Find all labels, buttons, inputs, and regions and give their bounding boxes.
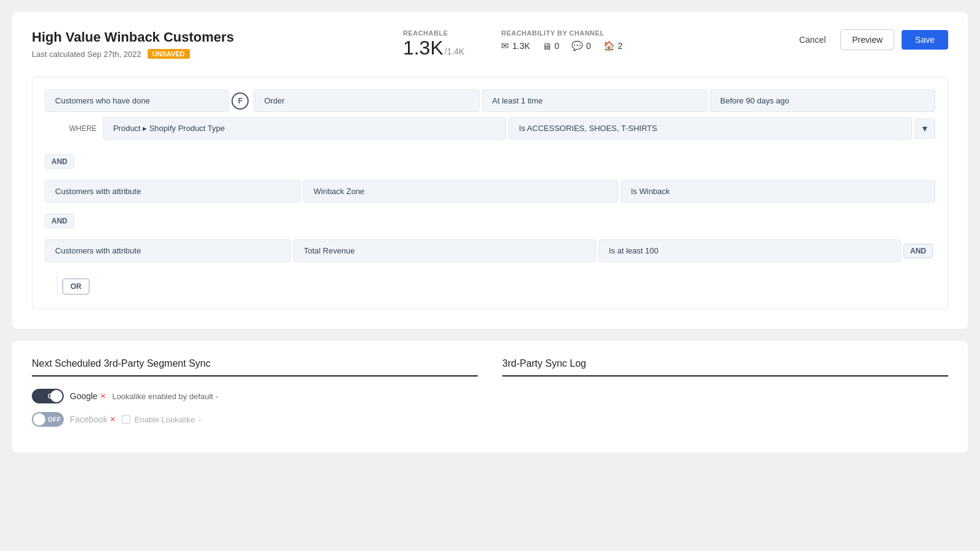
preview-button[interactable]: Preview xyxy=(840,29,894,50)
actions-section: Cancel Preview Save xyxy=(792,29,948,50)
where-col2[interactable]: Is ACCESSORIES, SHOES, T-SHIRTS xyxy=(508,117,912,140)
channel-desktop: 🖥 0 xyxy=(542,41,559,51)
channel-sms: 💬 0 xyxy=(571,40,591,51)
filter-icon[interactable]: ▼ xyxy=(914,118,935,139)
row2-col1[interactable]: Customers with attribute xyxy=(45,180,301,203)
and1-label[interactable]: AND xyxy=(45,154,74,169)
and2-container: AND xyxy=(45,209,935,233)
google-name: Google ✕ xyxy=(70,391,106,401)
home-count: 2 xyxy=(618,41,623,51)
title-section: High Value Winback Customers Last calcul… xyxy=(32,29,234,59)
reachable-total: /1.4K xyxy=(445,47,465,56)
sync-item-google: OFF Google ✕ Lookalike enabled by defaul… xyxy=(32,389,478,403)
row2-col2[interactable]: Winback Zone xyxy=(303,180,618,203)
and-connector[interactable]: AND xyxy=(903,244,933,258)
f-badge: F xyxy=(232,92,249,110)
email-icon: ✉ xyxy=(501,40,509,51)
facebook-x-icon[interactable]: ✕ xyxy=(110,415,116,424)
row3-col2[interactable]: Total Revenue xyxy=(293,239,596,262)
facebook-toggle[interactable]: OFF xyxy=(32,412,64,427)
bottom-section: Next Scheduled 3rd-Party Segment Sync OF… xyxy=(12,341,968,452)
lookalike-checkbox[interactable] xyxy=(122,415,130,424)
header-row: High Value Winback Customers Last calcul… xyxy=(32,29,948,59)
metrics-section: REACHABLE 1.3K /1.4K REACHABILITY BY CHA… xyxy=(403,29,623,59)
scheduled-sync-title: Next Scheduled 3rd-Party Segment Sync xyxy=(32,358,478,377)
cancel-button[interactable]: Cancel xyxy=(792,30,834,50)
home-icon: 🏠 xyxy=(603,40,615,51)
email-count: 1.3K xyxy=(512,41,530,51)
row1-col1[interactable]: Customers who have done xyxy=(45,89,229,112)
condition-row-2: Customers with attribute Winback Zone Is… xyxy=(45,180,935,203)
sms-count: 0 xyxy=(586,41,591,51)
facebook-toggle-knob xyxy=(33,413,45,425)
save-button[interactable]: Save xyxy=(902,30,948,50)
and1-container: AND xyxy=(45,149,935,174)
facebook-name: Facebook ✕ xyxy=(70,414,116,424)
condition-row-1: Customers who have done F Order At least… xyxy=(45,89,935,112)
or-container: OR xyxy=(45,272,935,296)
row1-col3[interactable]: At least 1 time xyxy=(482,89,707,112)
or-button[interactable]: OR xyxy=(62,279,89,294)
last-calculated: Last calculated Sep 27th, 2022 xyxy=(32,50,141,59)
reachable-value: 1.3K xyxy=(403,37,443,59)
row1-col4[interactable]: Before 90 days ago xyxy=(710,89,935,112)
desktop-count: 0 xyxy=(554,41,559,51)
row3-col1[interactable]: Customers with attribute xyxy=(45,239,291,262)
condition-row-3: Customers with attribute Total Revenue I… xyxy=(45,239,935,262)
sync-item-facebook: OFF Facebook ✕ Enable Lookalike - xyxy=(32,412,478,427)
facebook-lookalike: Enable Lookalike - xyxy=(122,415,201,424)
row3-col3[interactable]: Is at least 100 xyxy=(598,239,901,262)
reachability-block: REACHABILITY BY CHANNEL ✉ 1.3K 🖥 0 💬 0 xyxy=(501,29,622,51)
scheduled-sync-section: Next Scheduled 3rd-Party Segment Sync OF… xyxy=(32,358,478,435)
row2-col3[interactable]: Is Winback xyxy=(620,180,935,203)
reachable-label: REACHABLE xyxy=(403,29,465,37)
desktop-icon: 🖥 xyxy=(542,41,551,51)
page-title: High Value Winback Customers xyxy=(32,29,234,45)
sync-log-section: 3rd-Party Sync Log xyxy=(502,358,948,435)
channel-email: ✉ 1.3K xyxy=(501,40,530,51)
where-row: WHERE Product ▸ Shopify Product Type Is … xyxy=(45,117,935,140)
reachable-block: REACHABLE 1.3K /1.4K xyxy=(403,29,465,59)
subtitle-row: Last calculated Sep 27th, 2022 UNSAVED xyxy=(32,49,234,59)
main-card: High Value Winback Customers Last calcul… xyxy=(12,12,968,329)
where-label: WHERE xyxy=(69,124,100,133)
google-lookalike: Lookalike enabled by default - xyxy=(112,392,218,401)
row1-col2[interactable]: Order xyxy=(254,89,479,112)
channel-icons: ✉ 1.3K 🖥 0 💬 0 🏠 2 xyxy=(501,40,622,51)
facebook-toggle-label: OFF xyxy=(48,416,61,423)
toggle-knob xyxy=(50,390,62,402)
reachability-label: REACHABILITY BY CHANNEL xyxy=(501,29,622,37)
sync-log-title: 3rd-Party Sync Log xyxy=(502,358,948,377)
google-toggle[interactable]: OFF xyxy=(32,389,64,403)
bottom-grid: Next Scheduled 3rd-Party Segment Sync OF… xyxy=(32,358,948,435)
google-x-icon[interactable]: ✕ xyxy=(100,392,106,400)
segment-builder: Customers who have done F Order At least… xyxy=(32,77,948,309)
channel-home: 🏠 2 xyxy=(603,40,623,51)
sms-icon: 💬 xyxy=(571,40,583,51)
unsaved-badge: UNSAVED xyxy=(148,49,190,59)
where-col1[interactable]: Product ▸ Shopify Product Type xyxy=(103,117,507,140)
lookalike-enable-label: Enable Lookalike xyxy=(134,415,195,424)
and2-label[interactable]: AND xyxy=(45,214,74,228)
